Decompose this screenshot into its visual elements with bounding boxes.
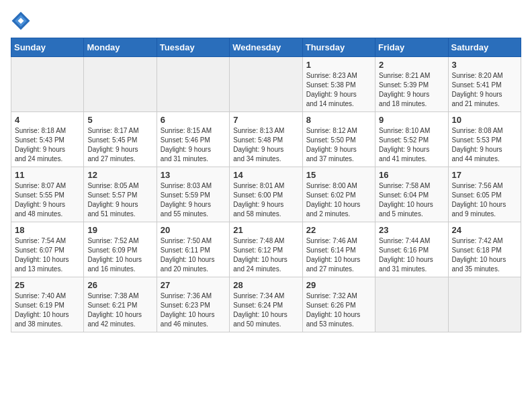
day-number: 3 <box>452 60 517 70</box>
day-info: Sunrise: 7:38 AM Sunset: 6:21 PM Dayligh… <box>87 291 152 329</box>
day-info: Sunrise: 7:52 AM Sunset: 6:09 PM Dayligh… <box>87 236 152 274</box>
day-number: 2 <box>379 60 444 70</box>
day-info: Sunrise: 8:20 AM Sunset: 5:41 PM Dayligh… <box>452 71 517 109</box>
day-info: Sunrise: 7:32 AM Sunset: 6:26 PM Dayligh… <box>306 291 371 329</box>
day-info: Sunrise: 8:07 AM Sunset: 5:55 PM Dayligh… <box>15 181 80 219</box>
day-number: 18 <box>15 225 80 235</box>
day-number: 13 <box>161 170 226 180</box>
day-number: 6 <box>161 115 226 125</box>
day-cell: 16Sunrise: 7:58 AM Sunset: 6:04 PM Dayli… <box>375 167 448 222</box>
day-number: 1 <box>306 60 371 70</box>
day-number: 28 <box>233 280 298 290</box>
day-number: 26 <box>87 280 152 290</box>
week-row-1: 1Sunrise: 8:23 AM Sunset: 5:38 PM Daylig… <box>11 57 521 112</box>
day-number: 17 <box>452 170 517 180</box>
day-info: Sunrise: 7:46 AM Sunset: 6:14 PM Dayligh… <box>306 236 371 274</box>
day-cell: 9Sunrise: 8:10 AM Sunset: 5:52 PM Daylig… <box>375 112 448 167</box>
day-info: Sunrise: 7:50 AM Sunset: 6:11 PM Dayligh… <box>161 236 226 274</box>
week-row-3: 11Sunrise: 8:07 AM Sunset: 5:55 PM Dayli… <box>11 167 521 222</box>
col-header-tuesday: Tuesday <box>157 38 229 57</box>
logo-icon <box>11 11 31 31</box>
col-header-monday: Monday <box>84 38 157 57</box>
day-cell: 21Sunrise: 7:48 AM Sunset: 6:12 PM Dayli… <box>230 222 302 277</box>
day-cell: 10Sunrise: 8:08 AM Sunset: 5:53 PM Dayli… <box>448 112 521 167</box>
day-cell: 13Sunrise: 8:03 AM Sunset: 5:59 PM Dayli… <box>157 167 229 222</box>
day-number: 29 <box>306 280 371 290</box>
day-info: Sunrise: 7:34 AM Sunset: 6:24 PM Dayligh… <box>233 291 298 329</box>
day-cell: 14Sunrise: 8:01 AM Sunset: 6:00 PM Dayli… <box>230 167 302 222</box>
day-cell <box>157 57 229 112</box>
day-info: Sunrise: 8:01 AM Sunset: 6:00 PM Dayligh… <box>233 181 298 219</box>
day-number: 7 <box>233 115 298 125</box>
header-row: SundayMondayTuesdayWednesdayThursdayFrid… <box>11 38 521 57</box>
day-info: Sunrise: 7:58 AM Sunset: 6:04 PM Dayligh… <box>379 181 444 219</box>
day-number: 5 <box>87 115 152 125</box>
day-cell: 20Sunrise: 7:50 AM Sunset: 6:11 PM Dayli… <box>157 222 229 277</box>
calendar-header: SundayMondayTuesdayWednesdayThursdayFrid… <box>11 38 521 57</box>
day-cell: 3Sunrise: 8:20 AM Sunset: 5:41 PM Daylig… <box>448 57 521 112</box>
day-info: Sunrise: 8:15 AM Sunset: 5:46 PM Dayligh… <box>161 126 226 164</box>
day-number: 10 <box>452 115 517 125</box>
day-number: 22 <box>306 225 371 235</box>
day-cell: 15Sunrise: 8:00 AM Sunset: 6:02 PM Dayli… <box>302 167 375 222</box>
day-info: Sunrise: 7:44 AM Sunset: 6:16 PM Dayligh… <box>379 236 444 274</box>
day-cell: 29Sunrise: 7:32 AM Sunset: 6:26 PM Dayli… <box>302 277 375 332</box>
calendar-table: SundayMondayTuesdayWednesdayThursdayFrid… <box>11 38 521 332</box>
col-header-thursday: Thursday <box>302 38 375 57</box>
day-number: 14 <box>233 170 298 180</box>
day-info: Sunrise: 8:21 AM Sunset: 5:39 PM Dayligh… <box>379 71 444 109</box>
day-cell: 23Sunrise: 7:44 AM Sunset: 6:16 PM Dayli… <box>375 222 448 277</box>
day-cell: 27Sunrise: 7:36 AM Sunset: 6:23 PM Dayli… <box>157 277 229 332</box>
day-info: Sunrise: 7:48 AM Sunset: 6:12 PM Dayligh… <box>233 236 298 274</box>
col-header-sunday: Sunday <box>11 38 84 57</box>
day-cell <box>84 57 157 112</box>
day-number: 21 <box>233 225 298 235</box>
day-cell: 18Sunrise: 7:54 AM Sunset: 6:07 PM Dayli… <box>11 222 84 277</box>
day-cell: 26Sunrise: 7:38 AM Sunset: 6:21 PM Dayli… <box>84 277 157 332</box>
day-info: Sunrise: 8:23 AM Sunset: 5:38 PM Dayligh… <box>306 71 371 109</box>
day-number: 25 <box>15 280 80 290</box>
day-cell <box>375 277 448 332</box>
day-cell: 25Sunrise: 7:40 AM Sunset: 6:19 PM Dayli… <box>11 277 84 332</box>
day-cell: 22Sunrise: 7:46 AM Sunset: 6:14 PM Dayli… <box>302 222 375 277</box>
day-cell <box>11 57 84 112</box>
day-number: 27 <box>161 280 226 290</box>
day-cell: 5Sunrise: 8:17 AM Sunset: 5:45 PM Daylig… <box>84 112 157 167</box>
day-cell: 24Sunrise: 7:42 AM Sunset: 6:18 PM Dayli… <box>448 222 521 277</box>
day-info: Sunrise: 7:42 AM Sunset: 6:18 PM Dayligh… <box>452 236 517 274</box>
day-number: 16 <box>379 170 444 180</box>
col-header-friday: Friday <box>375 38 448 57</box>
day-cell: 12Sunrise: 8:05 AM Sunset: 5:57 PM Dayli… <box>84 167 157 222</box>
day-info: Sunrise: 8:05 AM Sunset: 5:57 PM Dayligh… <box>87 181 152 219</box>
day-cell: 28Sunrise: 7:34 AM Sunset: 6:24 PM Dayli… <box>230 277 302 332</box>
day-number: 24 <box>452 225 517 235</box>
day-cell: 7Sunrise: 8:13 AM Sunset: 5:48 PM Daylig… <box>230 112 302 167</box>
logo <box>11 11 34 31</box>
day-number: 8 <box>306 115 371 125</box>
day-info: Sunrise: 7:36 AM Sunset: 6:23 PM Dayligh… <box>161 291 226 329</box>
day-info: Sunrise: 8:17 AM Sunset: 5:45 PM Dayligh… <box>87 126 152 164</box>
week-row-5: 25Sunrise: 7:40 AM Sunset: 6:19 PM Dayli… <box>11 277 521 332</box>
day-info: Sunrise: 7:40 AM Sunset: 6:19 PM Dayligh… <box>15 291 80 329</box>
day-number: 4 <box>15 115 80 125</box>
day-cell: 19Sunrise: 7:52 AM Sunset: 6:09 PM Dayli… <box>84 222 157 277</box>
day-cell: 6Sunrise: 8:15 AM Sunset: 5:46 PM Daylig… <box>157 112 229 167</box>
day-cell: 8Sunrise: 8:12 AM Sunset: 5:50 PM Daylig… <box>302 112 375 167</box>
day-info: Sunrise: 8:00 AM Sunset: 6:02 PM Dayligh… <box>306 181 371 219</box>
day-number: 20 <box>161 225 226 235</box>
day-number: 11 <box>15 170 80 180</box>
col-header-wednesday: Wednesday <box>230 38 302 57</box>
day-cell: 17Sunrise: 7:56 AM Sunset: 6:05 PM Dayli… <box>448 167 521 222</box>
day-cell <box>230 57 302 112</box>
day-cell <box>448 277 521 332</box>
day-cell: 1Sunrise: 8:23 AM Sunset: 5:38 PM Daylig… <box>302 57 375 112</box>
day-info: Sunrise: 7:56 AM Sunset: 6:05 PM Dayligh… <box>452 181 517 219</box>
day-info: Sunrise: 8:12 AM Sunset: 5:50 PM Dayligh… <box>306 126 371 164</box>
day-number: 15 <box>306 170 371 180</box>
day-number: 19 <box>87 225 152 235</box>
day-number: 9 <box>379 115 444 125</box>
day-cell: 11Sunrise: 8:07 AM Sunset: 5:55 PM Dayli… <box>11 167 84 222</box>
day-cell: 4Sunrise: 8:18 AM Sunset: 5:43 PM Daylig… <box>11 112 84 167</box>
day-info: Sunrise: 8:13 AM Sunset: 5:48 PM Dayligh… <box>233 126 298 164</box>
day-info: Sunrise: 8:03 AM Sunset: 5:59 PM Dayligh… <box>161 181 226 219</box>
